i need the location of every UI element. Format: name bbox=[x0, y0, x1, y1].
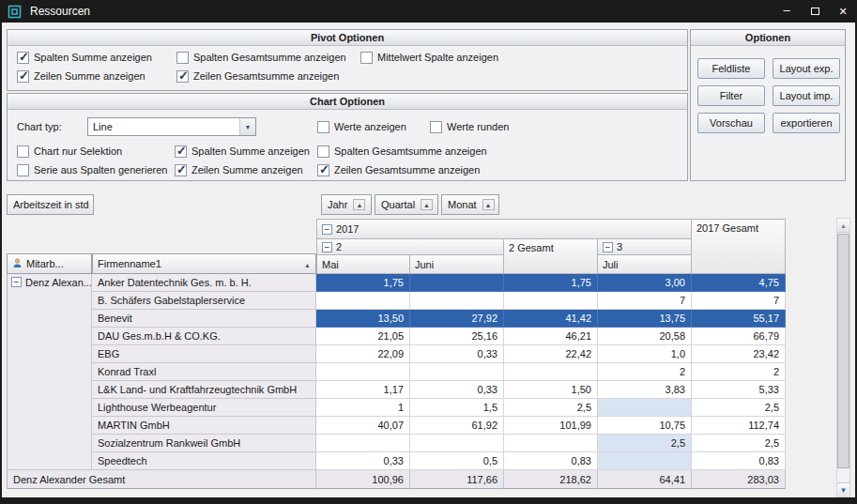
grand-total-cell[interactable]: 64,41 bbox=[598, 470, 692, 489]
value-cell[interactable] bbox=[598, 452, 692, 470]
table-row[interactable]: MARTIN GmbH 40,07 61,92 101,99 10,75 112… bbox=[92, 417, 786, 435]
company-cell[interactable]: Speedtech bbox=[92, 452, 316, 470]
company-cell[interactable]: Konrad Traxl bbox=[92, 363, 316, 381]
value-cell[interactable]: 0,33 bbox=[410, 345, 504, 363]
value-cell[interactable]: 2 bbox=[598, 363, 692, 381]
table-row[interactable]: Sozialzentrum Rankweil GmbH 2,5 2,5 bbox=[92, 435, 786, 452]
collapse-icon[interactable] bbox=[322, 242, 332, 252]
company-cell[interactable]: B. Schäfers Gabelstaplerservice bbox=[92, 292, 316, 310]
value-cell[interactable]: 41,42 bbox=[504, 310, 598, 328]
value-cell[interactable] bbox=[598, 399, 692, 417]
company-cell[interactable]: MARTIN GmbH bbox=[92, 417, 316, 435]
value-cell[interactable]: 1,75 bbox=[316, 274, 410, 292]
field-monat-button[interactable]: Monat bbox=[441, 194, 499, 215]
value-cell[interactable]: 2,5 bbox=[598, 435, 692, 452]
checkbox-chart-zeilen-gesamtsumme[interactable]: Zeilen Gesamtsumme anzeigen bbox=[317, 162, 480, 177]
table-row[interactable]: Lighthouse Werbeagentur 1 1,5 2,5 2,5 bbox=[92, 399, 786, 417]
checkbox-zeilen-summe-anzeigen[interactable]: Zeilen Summe anzeigen bbox=[17, 69, 145, 84]
chart-type-select[interactable]: Line bbox=[87, 117, 256, 136]
field-firmenname-button[interactable]: Firmenname1 bbox=[92, 253, 316, 274]
table-row[interactable]: Konrad Traxl 2 2 bbox=[92, 363, 786, 381]
checkbox-chart-nur-selektion[interactable]: Chart nur Selektion bbox=[17, 144, 122, 159]
checkbox-spalten-summe-anzeigen[interactable]: Spalten Summe anzeigen bbox=[17, 50, 152, 65]
grand-total-cell[interactable]: 117,66 bbox=[410, 470, 504, 489]
chevron-down-icon[interactable] bbox=[239, 118, 255, 135]
scroll-down-icon[interactable] bbox=[837, 482, 849, 496]
checkbox-zeilen-gesamtsumme-anzeigen[interactable]: Zeilen Gesamtsumme anzeigen bbox=[176, 69, 339, 84]
collapse-icon[interactable] bbox=[603, 242, 613, 252]
value-cell[interactable]: 101,99 bbox=[504, 417, 598, 435]
value-cell[interactable]: 61,92 bbox=[410, 417, 504, 435]
column-header-mai[interactable]: Mai bbox=[316, 255, 410, 274]
value-cell[interactable]: 2,5 bbox=[504, 399, 598, 417]
value-cell[interactable]: 13,75 bbox=[598, 310, 692, 328]
company-cell[interactable]: Benevit bbox=[92, 310, 316, 328]
grand-total-cell[interactable]: 283,03 bbox=[692, 470, 786, 489]
table-row[interactable]: Benevit 13,50 27,92 41,42 13,75 55,17 bbox=[92, 310, 786, 328]
value-cell[interactable]: 1,50 bbox=[504, 381, 598, 399]
value-cell[interactable]: 22,42 bbox=[504, 345, 598, 363]
value-cell[interactable]: 7 bbox=[692, 292, 786, 310]
value-cell[interactable]: 2 bbox=[692, 363, 786, 381]
value-cell[interactable] bbox=[410, 274, 504, 292]
value-cell[interactable]: 13,50 bbox=[316, 310, 410, 328]
value-cell[interactable]: 7 bbox=[598, 292, 692, 310]
value-cell[interactable]: 3,00 bbox=[598, 274, 692, 292]
field-mitarbeiter-button[interactable]: Mitarb... bbox=[7, 253, 92, 274]
value-cell[interactable] bbox=[410, 435, 504, 452]
vorschau-button[interactable]: Vorschau bbox=[697, 113, 765, 133]
value-cell[interactable]: 0,33 bbox=[410, 381, 504, 399]
value-cell[interactable]: 23,42 bbox=[692, 345, 786, 363]
grand-total-cell[interactable]: 100,96 bbox=[316, 470, 410, 489]
collapse-icon[interactable] bbox=[11, 277, 22, 287]
sort-asc-icon[interactable] bbox=[482, 199, 495, 210]
minimize-button[interactable] bbox=[773, 0, 801, 23]
value-cell[interactable] bbox=[410, 292, 504, 310]
value-cell[interactable]: 1 bbox=[316, 399, 410, 417]
company-cell[interactable]: Lighthouse Werbeagentur bbox=[92, 399, 316, 417]
scroll-up-icon[interactable] bbox=[837, 219, 849, 233]
value-cell[interactable]: 112,74 bbox=[692, 417, 786, 435]
value-cell[interactable]: 2,5 bbox=[692, 435, 786, 452]
value-cell[interactable]: 46,21 bbox=[504, 328, 598, 345]
checkbox-chart-zeilen-summe[interactable]: Zeilen Summe anzeigen bbox=[175, 162, 303, 177]
value-cell[interactable] bbox=[504, 435, 598, 452]
value-cell[interactable]: 1,17 bbox=[316, 381, 410, 399]
checkbox-spalten-gesamtsumme-anzeigen[interactable]: Spalten Gesamtsumme anzeigen bbox=[176, 50, 346, 65]
column-header-2-gesamt[interactable]: 2 Gesamt bbox=[504, 239, 598, 274]
company-cell[interactable]: DAU Ges.m.b.H & CO.KG. bbox=[92, 328, 316, 345]
layout-export-button[interactable]: Layout exp. bbox=[773, 58, 840, 79]
column-group-quartal-2[interactable]: 2 bbox=[316, 239, 504, 255]
checkbox-serie-aus-spalten[interactable]: Serie aus Spalten generieren bbox=[17, 162, 167, 177]
value-cell[interactable]: 55,17 bbox=[692, 310, 786, 328]
company-cell[interactable]: EBG bbox=[92, 345, 316, 363]
company-cell[interactable]: L&K Land- und Kraftfahrzeugtechnik GmbH bbox=[92, 381, 316, 399]
checkbox-werte-runden[interactable]: Werte runden bbox=[430, 119, 509, 134]
value-cell[interactable]: 5,33 bbox=[692, 381, 786, 399]
checkbox-mittelwert-spalte-anzeigen[interactable]: Mittelwert Spalte anzeigen bbox=[360, 50, 498, 65]
close-button[interactable] bbox=[829, 0, 857, 23]
company-cell[interactable]: Anker Datentechnik Ges. m. b. H. bbox=[92, 274, 316, 292]
exportieren-button[interactable]: exportieren bbox=[773, 113, 840, 133]
value-cell[interactable] bbox=[410, 363, 504, 381]
company-cell[interactable]: Sozialzentrum Rankweil GmbH bbox=[92, 435, 316, 452]
value-cell[interactable] bbox=[504, 292, 598, 310]
value-cell[interactable]: 20,58 bbox=[598, 328, 692, 345]
grand-total-cell[interactable]: 218,62 bbox=[504, 470, 598, 489]
scrollbar-thumb[interactable] bbox=[837, 234, 849, 468]
value-cell[interactable]: 0,33 bbox=[316, 452, 410, 470]
value-cell[interactable]: 21,05 bbox=[316, 328, 410, 345]
checkbox-chart-spalten-summe[interactable]: Spalten Summe anzeigen bbox=[175, 144, 310, 159]
value-cell[interactable]: 40,07 bbox=[316, 417, 410, 435]
table-row[interactable]: B. Schäfers Gabelstaplerservice 7 7 bbox=[92, 292, 786, 310]
row-group-denz-alexander[interactable]: Denz Alexan... bbox=[7, 274, 92, 470]
sort-asc-icon[interactable] bbox=[353, 199, 365, 210]
feldliste-button[interactable]: Feldliste bbox=[697, 58, 765, 79]
column-group-quartal-3[interactable]: 3 bbox=[598, 239, 692, 255]
value-cell[interactable]: 25,16 bbox=[410, 328, 504, 345]
column-header-juli[interactable]: Juli bbox=[598, 255, 692, 274]
data-field-button[interactable]: Arbeitszeit in std bbox=[7, 194, 94, 215]
sort-asc-icon[interactable] bbox=[304, 258, 311, 269]
value-cell[interactable]: 22,09 bbox=[316, 345, 410, 363]
layout-import-button[interactable]: Layout imp. bbox=[773, 85, 840, 106]
